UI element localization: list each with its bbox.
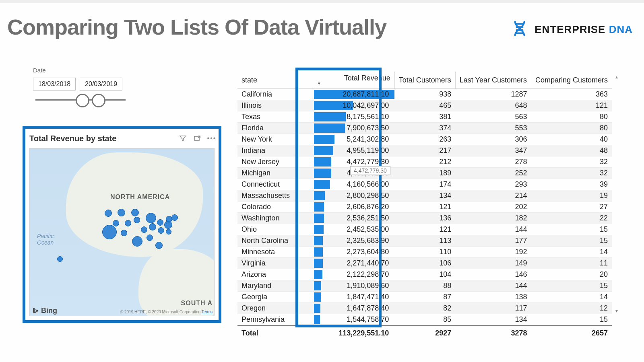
cell-state: Virginia	[237, 258, 314, 269]
map-bubble[interactable]	[157, 219, 163, 226]
cell-total-customers: 134	[394, 190, 455, 202]
date-slicer[interactable]: Date 18/03/2018 20/03/2019	[33, 67, 126, 101]
date-slider-track[interactable]	[35, 99, 126, 101]
table-row[interactable]: Massachusetts2,800,298.5013421419	[237, 190, 612, 202]
cell-comparing-customers: 32	[531, 168, 612, 179]
map-bubble[interactable]	[132, 236, 142, 247]
table-row[interactable]: Maryland1,910,089.608814415	[237, 280, 612, 292]
map-bubble[interactable]	[158, 227, 164, 234]
cell-revenue: 2,452,535.00	[314, 224, 394, 235]
map-bubble[interactable]	[121, 230, 127, 236]
col-header-revenue[interactable]: Total Revenue ▾	[314, 72, 394, 89]
scroll-up-icon[interactable]: ▴	[614, 74, 619, 80]
map-bubble[interactable]	[113, 220, 119, 226]
map-bubble[interactable]	[147, 234, 153, 241]
table-row[interactable]: New York5,241,302.8026330640	[237, 134, 612, 145]
col-header-last-year-customers[interactable]: Last Year Customers	[455, 72, 531, 89]
table-row[interactable]: California20,687,811.109381287363	[237, 89, 612, 100]
cell-last-year-customers: 146	[455, 269, 531, 280]
table-row[interactable]: Virginia2,271,440.7010614911	[237, 258, 612, 269]
table-row[interactable]: Michigan4,435,091.8018925232	[237, 168, 612, 179]
table-row[interactable]: Minnesota2,273,604.8011019214	[237, 247, 612, 258]
col-header-state[interactable]: state	[237, 72, 314, 89]
map-bubble[interactable]	[102, 225, 117, 239]
cell-state: Arizona	[237, 269, 314, 280]
map-bubble[interactable]	[125, 220, 131, 226]
table-row[interactable]: Texas8,175,561.1038156380	[237, 111, 612, 123]
table-row[interactable]: Oregon1,647,878.408211712	[237, 303, 612, 314]
filter-icon[interactable]	[178, 134, 187, 143]
map-bubble[interactable]	[141, 226, 147, 233]
cell-last-year-customers: 1287	[455, 89, 531, 100]
cell-last-year-customers: 648	[455, 100, 531, 111]
map-bubble[interactable]	[131, 209, 139, 216]
dna-icon	[510, 19, 529, 39]
cell-comparing-customers: 15	[531, 224, 612, 235]
bing-icon	[31, 307, 39, 315]
map-bubble[interactable]	[118, 209, 125, 216]
map-provider: Bing	[31, 306, 57, 315]
cell-revenue: 2,122,298.70	[314, 269, 394, 280]
table-row[interactable]: New Jersey4,472,779.3021227832	[237, 156, 612, 168]
col-header-comparing-customers[interactable]: Comparing Customers	[531, 72, 612, 89]
map-terms-link[interactable]: Terms	[202, 310, 213, 314]
scroll-down-icon[interactable]: ▾	[614, 308, 619, 314]
table-scrollbar[interactable]: ▴ ▾	[613, 74, 620, 314]
table-row[interactable]: Florida7,900,673.5037455380	[237, 123, 612, 134]
map-bubble[interactable]	[171, 214, 178, 221]
cell-comparing-customers: 15	[531, 235, 612, 247]
cell-revenue: 1,647,878.40	[314, 303, 394, 314]
map-bubble[interactable]	[146, 213, 156, 223]
table-row[interactable]: Colorado2,606,876.2012120227	[237, 202, 612, 213]
map-bubble[interactable]	[155, 242, 163, 249]
focus-mode-icon[interactable]	[193, 134, 202, 143]
cell-state: Ohio	[237, 224, 314, 235]
map-bubble[interactable]	[149, 223, 156, 230]
revenue-table[interactable]: state Total Revenue ▾ Total Customers La…	[237, 72, 612, 316]
table-row[interactable]: Arizona2,122,298.7010414620	[237, 269, 612, 280]
cell-total-customers: 82	[394, 303, 455, 314]
cell-state: New Jersey	[237, 156, 314, 168]
map-bubble[interactable]	[57, 256, 63, 262]
map-bubble[interactable]	[134, 217, 140, 223]
more-options-icon[interactable]: •••	[207, 134, 216, 143]
slider-handle-start[interactable]	[76, 94, 89, 107]
table-row[interactable]: Illinois10,042,697.00465648121	[237, 100, 612, 111]
cell-total-customers: 174	[394, 179, 455, 190]
cell-total-customers: 189	[394, 168, 455, 179]
map-visual[interactable]: Total Revenue by state ••• NORTH AMERICA…	[23, 126, 221, 323]
cell-state: Connecticut	[237, 179, 314, 190]
date-start-input[interactable]: 18/03/2018	[33, 78, 76, 90]
chart-tooltip: 4,472,779.30	[350, 166, 390, 175]
cell-total-customers: 110	[394, 247, 455, 258]
cell-total-customers: 88	[394, 280, 455, 292]
table-row[interactable]: Indiana4,955,119.0021734748	[237, 145, 612, 156]
cell-state: Indiana	[237, 145, 314, 156]
cell-last-year-customers: 278	[455, 156, 531, 168]
cell-total-customers: 374	[394, 123, 455, 134]
slider-handle-end[interactable]	[92, 94, 105, 107]
table-row[interactable]: Georgia1,847,471.408713814	[237, 292, 612, 303]
table-row[interactable]: Pennsylvania1,544,758.708513415	[237, 314, 612, 326]
map-canvas[interactable]: NORTH AMERICA SOUTH A Pacific Ocean	[29, 148, 215, 316]
cell-state: North Carolina	[237, 235, 314, 247]
table-row[interactable]: Washington2,536,251.5013618222	[237, 213, 612, 224]
cell-comparing-customers: 27	[531, 202, 612, 213]
table-row[interactable]: Connecticut4,160,566.0017429339	[237, 179, 612, 190]
cell-state: Pennsylvania	[237, 314, 314, 326]
date-end-input[interactable]: 20/03/2019	[80, 78, 122, 90]
cell-state: Minnesota	[237, 247, 314, 258]
map-bubble[interactable]	[105, 210, 112, 217]
cell-revenue: 20,687,811.10	[314, 89, 394, 100]
cell-total-customers: 106	[394, 258, 455, 269]
map-bubble[interactable]	[166, 229, 171, 234]
table-row[interactable]: North Carolina2,325,683.9011317715	[237, 235, 612, 247]
cell-state: Maryland	[237, 280, 314, 292]
cell-total-customers: 87	[394, 292, 455, 303]
cell-last-year-customers: 117	[455, 303, 531, 314]
col-header-total-customers[interactable]: Total Customers	[394, 72, 455, 89]
brand-text: ENTERPRISE DNA	[535, 23, 633, 36]
cell-revenue: 2,271,440.70	[314, 258, 394, 269]
cell-revenue: 1,910,089.60	[314, 280, 394, 292]
table-row[interactable]: Ohio2,452,535.0012114415	[237, 224, 612, 235]
